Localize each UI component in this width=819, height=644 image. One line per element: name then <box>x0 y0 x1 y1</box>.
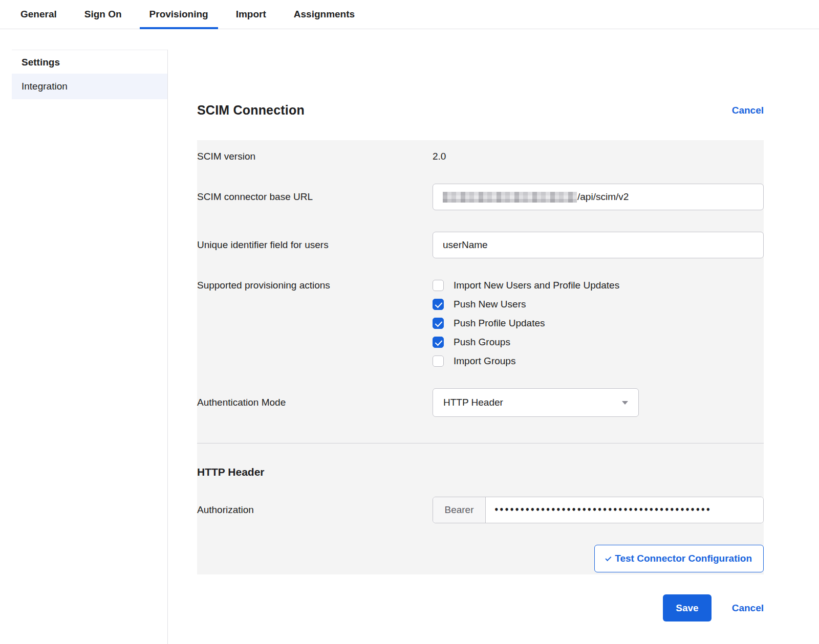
http-header-title: HTTP Header <box>197 466 764 478</box>
authentication-mode-row: Authentication Mode HTTP Header <box>197 377 764 428</box>
base-url-input[interactable]: /api/scim/v2 <box>433 184 764 210</box>
tab-provisioning[interactable]: Provisioning <box>140 0 218 29</box>
scim-connection-panel: SCIM version 2.0 SCIM connector base URL… <box>197 140 764 574</box>
checkbox-push-groups[interactable]: Push Groups <box>433 337 764 348</box>
tab-general[interactable]: General <box>11 0 67 29</box>
sidebar: Settings Integration <box>12 50 168 644</box>
scim-version-label: SCIM version <box>197 151 433 162</box>
chevron-down-icon <box>622 401 628 405</box>
provisioning-actions-label: Supported provisioning actions <box>197 280 433 291</box>
authorization-row: Authorization Bearer <box>197 484 764 534</box>
checkbox-icon <box>433 280 444 291</box>
authorization-input-group: Bearer <box>433 497 764 523</box>
app-tab-bar: General Sign On Provisioning Import Assi… <box>0 0 819 29</box>
content-area: Settings Integration SCIM Connection Can… <box>0 29 819 644</box>
checkbox-push-new-users[interactable]: Push New Users <box>433 299 764 310</box>
tab-import[interactable]: Import <box>226 0 276 29</box>
authorization-label: Authorization <box>197 504 433 516</box>
checkbox-label: Push Groups <box>454 337 510 348</box>
unique-identifier-input[interactable] <box>433 232 764 258</box>
checkbox-label: Import Groups <box>454 356 515 367</box>
cancel-link-bottom[interactable]: Cancel <box>732 603 764 614</box>
unique-identifier-label: Unique identifier field for users <box>197 239 433 251</box>
checkbox-icon <box>433 337 444 348</box>
sidebar-item-integration[interactable]: Integration <box>12 74 167 99</box>
authentication-mode-value: HTTP Header <box>443 397 503 408</box>
unique-identifier-row: Unique identifier field for users <box>197 221 764 269</box>
checkbox-push-profile-updates[interactable]: Push Profile Updates <box>433 318 764 329</box>
tab-assignments[interactable]: Assignments <box>284 0 364 29</box>
test-connector-row: Test Connector Configuration <box>197 534 764 573</box>
checkbox-import-new-users[interactable]: Import New Users and Profile Updates <box>433 280 764 291</box>
page-title: SCIM Connection <box>197 103 305 118</box>
tab-sign-on[interactable]: Sign On <box>75 0 132 29</box>
checkbox-import-groups[interactable]: Import Groups <box>433 356 764 367</box>
checkbox-icon <box>433 299 444 310</box>
base-url-suffix: /api/scim/v2 <box>577 191 629 203</box>
save-button[interactable]: Save <box>663 594 711 621</box>
authorization-token-input[interactable] <box>486 497 763 523</box>
checkbox-label: Import New Users and Profile Updates <box>454 280 619 291</box>
redacted-url-segment <box>443 192 577 203</box>
http-header-section: HTTP Header Authorization Bearer Test Co… <box>197 443 764 573</box>
test-connector-button[interactable]: Test Connector Configuration <box>594 545 764 572</box>
test-connector-label: Test Connector Configuration <box>615 553 752 564</box>
check-icon <box>606 555 612 561</box>
main-header: SCIM Connection Cancel <box>197 103 764 118</box>
checkbox-label: Push New Users <box>454 299 526 310</box>
scim-version-row: SCIM version 2.0 <box>197 140 764 173</box>
scim-version-value: 2.0 <box>433 151 446 162</box>
base-url-row: SCIM connector base URL /api/scim/v2 <box>197 173 764 221</box>
main-panel: SCIM Connection Cancel SCIM version 2.0 … <box>168 50 819 644</box>
provisioning-actions-row: Supported provisioning actions Import Ne… <box>197 269 764 377</box>
sidebar-heading: Settings <box>12 50 167 74</box>
base-url-label: SCIM connector base URL <box>197 191 433 203</box>
checkbox-label: Push Profile Updates <box>454 318 545 329</box>
checkbox-icon <box>433 356 444 367</box>
authentication-mode-select[interactable]: HTTP Header <box>433 388 639 417</box>
authentication-mode-label: Authentication Mode <box>197 397 433 408</box>
cancel-link-top[interactable]: Cancel <box>732 105 764 116</box>
checkbox-icon <box>433 318 444 329</box>
provisioning-actions-list: Import New Users and Profile Updates Pus… <box>433 280 764 367</box>
form-footer: Save Cancel <box>197 594 764 621</box>
bearer-prefix: Bearer <box>433 497 486 523</box>
